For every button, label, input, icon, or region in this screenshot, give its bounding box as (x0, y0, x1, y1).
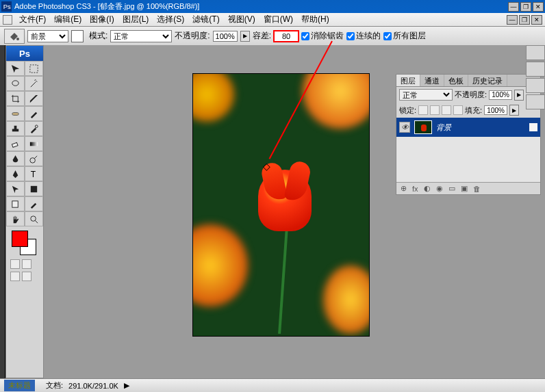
paint-bucket-icon[interactable] (4, 29, 25, 44)
layer-opacity-stepper-icon[interactable]: ▶ (514, 90, 524, 101)
canvas-area[interactable]: 图层 通道 色板 历史记录 正常 不透明度: ▶ 锁定: (44, 45, 545, 378)
menu-help[interactable]: 帮助(H) (297, 14, 333, 25)
svg-point-9 (30, 157, 36, 163)
screenmode-icon[interactable] (22, 259, 31, 269)
menu-file[interactable]: 文件(F) (15, 14, 50, 25)
svg-text:T: T (31, 170, 36, 179)
opacity-input[interactable] (213, 31, 238, 42)
svg-point-6 (35, 125, 38, 127)
rail-color-icon[interactable] (526, 62, 545, 77)
fill-stepper-icon[interactable]: ▶ (509, 105, 519, 116)
lock-position-icon[interactable] (430, 105, 440, 115)
blur-tool-icon[interactable] (6, 151, 25, 166)
menu-select[interactable]: 选择(S) (153, 14, 188, 25)
menu-window[interactable]: 窗口(W) (259, 14, 297, 25)
wand-tool-icon[interactable] (25, 76, 43, 91)
screenmode-3-icon[interactable] (22, 272, 31, 281)
close-button[interactable]: ✕ (533, 2, 544, 12)
move-tool-icon[interactable] (6, 61, 25, 76)
menu-layer[interactable]: 图层(L) (118, 14, 153, 25)
notes-tool-icon[interactable] (6, 196, 25, 211)
visibility-eye-icon[interactable]: 👁 (399, 122, 410, 133)
doc-min-button[interactable]: — (507, 15, 518, 25)
doc-restore-button[interactable]: ❐ (519, 15, 530, 25)
lock-all-icon[interactable] (442, 105, 451, 115)
stamp-tool-icon[interactable] (6, 121, 25, 136)
menu-filter[interactable]: 滤镜(T) (188, 14, 223, 25)
restore-button[interactable]: ❐ (520, 2, 531, 12)
toolbox: Ps T (5, 45, 44, 378)
link-layers-icon[interactable]: ⊕ (401, 184, 407, 193)
work-area: Ps T (0, 45, 545, 378)
tab-swatches[interactable]: 色板 (444, 75, 468, 86)
doc-close-button[interactable]: ✕ (531, 15, 542, 25)
mask-icon[interactable]: ◐ (424, 184, 431, 193)
svg-rect-7 (12, 142, 18, 147)
fill-input[interactable] (484, 105, 507, 115)
gradient-tool-icon[interactable] (25, 136, 43, 151)
adjust-icon[interactable]: ◉ (436, 184, 443, 193)
status-tab[interactable]: 未标题 (4, 380, 35, 391)
minimize-button[interactable]: — (508, 2, 519, 12)
history-brush-icon[interactable] (25, 121, 43, 136)
svg-rect-8 (30, 142, 38, 146)
type-tool-icon[interactable]: T (25, 166, 43, 181)
lock-extra-icon[interactable] (453, 105, 463, 115)
tab-layers[interactable]: 图层 (396, 75, 420, 86)
opacity-label: 不透明度: (175, 30, 210, 42)
svg-rect-3 (30, 64, 38, 72)
antialias-check[interactable]: 消除锯齿 (301, 30, 344, 42)
slice-tool-icon[interactable] (25, 91, 43, 106)
blend-mode-select[interactable]: 正常 (399, 89, 453, 101)
lasso-tool-icon[interactable] (6, 76, 25, 91)
pattern-swatch[interactable] (71, 30, 84, 42)
menu-image[interactable]: 图像(I) (86, 14, 118, 25)
tab-channels[interactable]: 通道 (420, 75, 444, 86)
crop-tool-icon[interactable] (6, 91, 25, 106)
layer-thumbnail[interactable] (414, 120, 432, 134)
rail-swatch-icon[interactable] (526, 78, 545, 93)
document-canvas[interactable] (193, 74, 369, 336)
shape-tool-icon[interactable] (25, 181, 43, 196)
svg-point-4 (12, 80, 18, 86)
hand-tool-icon[interactable] (6, 211, 25, 226)
layer-row-bg[interactable]: 👁 背景 (396, 118, 540, 137)
fx-icon[interactable]: fx (412, 185, 418, 193)
mode-label: 模式: (89, 30, 107, 42)
path-select-icon[interactable] (6, 181, 25, 196)
new-layer-icon[interactable]: ▣ (461, 184, 468, 193)
fill-source-select[interactable]: 前景 (27, 30, 68, 42)
all-layers-check[interactable]: 所有图层 (383, 30, 426, 42)
tab-history[interactable]: 历史记录 (468, 75, 507, 86)
mode-select[interactable]: 正常 (110, 30, 172, 42)
doc-menu-icon[interactable] (3, 15, 12, 25)
screenmode-2-icon[interactable] (10, 272, 20, 281)
layer-opacity-input[interactable] (489, 90, 512, 100)
status-menu-icon[interactable]: ▶ (124, 381, 129, 390)
contiguous-check[interactable]: 连续的 (346, 30, 381, 42)
group-icon[interactable]: ▭ (448, 184, 455, 193)
pen-tool-icon[interactable] (6, 166, 25, 181)
layer-opacity-label: 不透明度: (455, 90, 487, 100)
quickmask-icon[interactable] (10, 259, 20, 269)
dodge-tool-icon[interactable] (25, 151, 43, 166)
tolerance-input[interactable] (274, 31, 299, 42)
brush-tool-icon[interactable] (25, 106, 43, 121)
dock-gutter[interactable] (0, 45, 5, 378)
zoom-tool-icon[interactable] (25, 211, 43, 226)
lock-pixels-icon[interactable] (418, 105, 428, 115)
svg-point-13 (31, 215, 36, 221)
foreground-color[interactable] (12, 231, 28, 247)
layer-lock-icon (529, 123, 537, 131)
rail-nav-icon[interactable] (526, 45, 545, 60)
marquee-tool-icon[interactable] (25, 61, 43, 76)
menu-view[interactable]: 视图(V) (224, 14, 259, 25)
heal-tool-icon[interactable] (6, 106, 25, 121)
rail-styles-icon[interactable] (526, 94, 545, 109)
eyedropper-icon[interactable] (25, 196, 43, 211)
eraser-tool-icon[interactable] (6, 136, 25, 151)
menu-edit[interactable]: 编辑(E) (50, 14, 86, 25)
trash-icon[interactable]: 🗑 (473, 185, 481, 193)
panel-dock: 图层 通道 色板 历史记录 正常 不透明度: ▶ 锁定: (396, 74, 541, 195)
opacity-stepper-icon[interactable]: ▶ (240, 31, 250, 42)
